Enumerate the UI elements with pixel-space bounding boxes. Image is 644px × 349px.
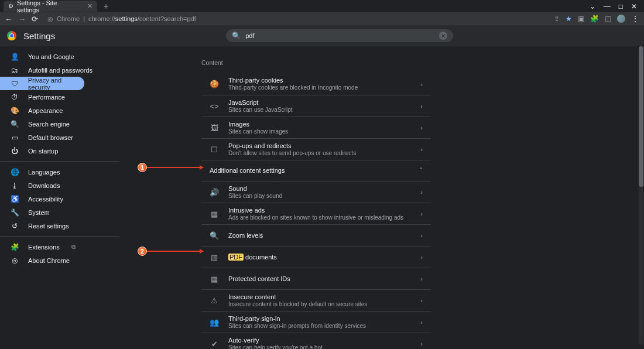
content-column: Content 🍪 Third-party cookies Third-part… — [201, 46, 431, 349]
sidebar-divider — [0, 236, 119, 237]
maximize-icon[interactable]: □ — [619, 2, 623, 11]
omnibox[interactable]: ◎ Chrome | chrome://settings/content?sea… — [47, 15, 548, 23]
profile-avatar[interactable] — [617, 15, 625, 23]
scrollbar-thumb[interactable] — [639, 46, 643, 187]
section-label-content: Content — [201, 59, 431, 66]
row-third-party-cookies[interactable]: 🍪 Third-party cookies Third-party cookie… — [201, 73, 431, 95]
close-tab-icon[interactable]: ✕ — [87, 2, 93, 10]
download-icon: ⭳ — [11, 182, 19, 190]
paint-icon: 🎨 — [11, 107, 19, 115]
chrome-logo-icon — [7, 31, 16, 40]
back-button[interactable]: ← — [5, 15, 12, 23]
sidebar-item-reset[interactable]: ↺Reset settings — [0, 219, 119, 232]
sidebar-item-languages[interactable]: 🌐Languages — [0, 165, 119, 179]
sidebar-item-downloads[interactable]: ⭳Downloads — [0, 179, 119, 192]
row-insecure-content[interactable]: ⚠ Insecure content Insecure content is b… — [201, 289, 431, 311]
sidebar-item-system[interactable]: 🔧System — [0, 206, 119, 219]
wrench-icon: 🔧 — [11, 208, 19, 217]
sidebar-item-about[interactable]: ◎About Chrome — [0, 254, 119, 267]
verify-icon: ✔ — [210, 340, 219, 348]
row-intrusive-ads[interactable]: ▦ Intrusive ads Ads are blocked on sites… — [201, 203, 431, 224]
row-zoom-levels[interactable]: 🔍 Zoom levels › — [201, 224, 431, 246]
warning-icon: ⚠ — [210, 296, 219, 305]
window-titlebar: ⚙ Settings - Site settings ✕ ＋ ⌄ ― □ ✕ — [0, 0, 644, 12]
zoom-icon: 🔍 — [210, 231, 219, 240]
gear-icon: ⚙ — [8, 3, 13, 9]
side-panel-icon[interactable]: ◫ — [605, 15, 611, 23]
signin-icon: 👥 — [210, 318, 219, 327]
browser-tab[interactable]: ⚙ Settings - Site settings ✕ — [4, 1, 97, 12]
speedometer-icon: ⏱ — [11, 93, 19, 101]
sidebar-item-accessibility[interactable]: ♿Accessibility — [0, 192, 119, 206]
sidebar-item-privacy-security[interactable]: 🛡Privacy and security — [0, 77, 84, 90]
puzzle-icon: 🧩 — [11, 243, 19, 251]
bookmark-star-icon[interactable]: ★ — [566, 15, 572, 23]
row-javascript[interactable]: <> JavaScript Sites can use JavaScript › — [201, 95, 431, 117]
url-host: Chrome — [57, 15, 80, 22]
sidebar-item-search-engine[interactable]: 🔍Search engine — [0, 117, 119, 131]
extensions-puzzle-icon[interactable]: 🧩 — [590, 15, 599, 23]
chevron-right-icon: › — [420, 81, 423, 88]
chevron-right-icon: › — [420, 102, 423, 110]
sidebar-item-performance[interactable]: ⏱Performance — [0, 90, 119, 104]
search-input[interactable]: pdf — [245, 32, 434, 39]
pdf-row-label: PDF documents — [228, 254, 411, 261]
reload-button[interactable]: ⟳ — [32, 15, 38, 23]
settings-header: Settings 🔍 pdf ✕ — [0, 25, 644, 46]
chevron-right-icon: › — [420, 124, 423, 131]
chrome-icon: ◎ — [11, 256, 19, 265]
sidebar-item-autofill[interactable]: 🗂Autofill and passwords — [0, 63, 119, 77]
chevron-right-icon: › — [420, 210, 423, 217]
sound-icon: 🔊 — [210, 188, 219, 197]
chevron-right-icon: › — [420, 254, 423, 261]
accessibility-icon: ♿ — [11, 195, 19, 203]
sidebar-item-you-and-google[interactable]: 👤You and Google — [0, 50, 119, 63]
chevron-right-icon: › — [420, 146, 423, 153]
clear-search-icon[interactable]: ✕ — [439, 32, 447, 40]
sidebar-item-default-browser[interactable]: ▭Default browser — [0, 131, 119, 144]
external-link-icon: ⧉ — [71, 244, 76, 251]
row-sound[interactable]: 🔊 Sound Sites can play sound › — [201, 181, 431, 203]
sidebar-item-on-startup[interactable]: ⏻On startup — [0, 144, 119, 158]
share-icon[interactable]: ⇪ — [554, 15, 560, 23]
row-images[interactable]: 🖼 Images Sites can show images › — [201, 117, 431, 138]
new-tab-button[interactable]: ＋ — [102, 1, 110, 12]
row-popups[interactable]: ☐ Pop-ups and redirects Don't allow site… — [201, 138, 431, 160]
chevron-down-icon[interactable]: ⌄ — [590, 2, 595, 11]
sidebar-divider — [0, 161, 119, 162]
sidebar-item-appearance[interactable]: 🎨Appearance — [0, 104, 119, 117]
browser-icon: ▭ — [11, 134, 19, 142]
protected-icon: ▦ — [210, 275, 219, 283]
page-title: Settings — [23, 31, 55, 41]
person-icon: 👤 — [11, 53, 19, 61]
settings-sidebar: 👤You and Google 🗂Autofill and passwords … — [0, 46, 119, 349]
row-auto-verify[interactable]: ✔ Auto-verify Sites can help verify you'… — [201, 333, 431, 349]
cookie-icon: 🍪 — [210, 80, 219, 88]
chrome-page-icon: ◎ — [47, 15, 53, 23]
chevron-right-icon: › — [420, 297, 423, 304]
browser-menu-icon[interactable]: ⋮ — [631, 14, 639, 23]
row-additional-content-settings[interactable]: Additional content settings ˄ — [201, 160, 431, 181]
settings-search[interactable]: 🔍 pdf ✕ — [226, 29, 453, 42]
row-third-party-signin[interactable]: 👥 Third-party sign-in Sites can show sig… — [201, 311, 431, 333]
extension-icon[interactable]: ▣ — [578, 15, 584, 23]
address-bar: ← → ⟳ ◎ Chrome | chrome://settings/conte… — [0, 12, 644, 25]
chevron-right-icon: › — [420, 319, 423, 326]
close-window-icon[interactable]: ✕ — [631, 2, 637, 11]
url-path: chrome://settings/content?search=pdf — [88, 15, 196, 22]
minimize-icon[interactable]: ― — [604, 2, 611, 11]
code-icon: <> — [210, 102, 219, 111]
search-icon: 🔍 — [232, 32, 241, 40]
globe-icon: 🌐 — [11, 168, 19, 176]
sidebar-item-extensions[interactable]: 🧩Extensions⧉ — [0, 240, 119, 254]
row-protected-content[interactable]: ▦ Protected content IDs › — [201, 268, 431, 289]
chevron-right-icon: › — [420, 232, 423, 239]
row-pdf-documents[interactable]: ▥ PDF documents › — [201, 246, 431, 268]
power-icon: ⏻ — [11, 147, 19, 155]
ads-icon: ▦ — [210, 210, 219, 218]
forward-button[interactable]: → — [18, 15, 26, 23]
chevron-right-icon: › — [420, 189, 423, 196]
chevron-right-icon: › — [420, 340, 423, 347]
popup-icon: ☐ — [210, 145, 219, 154]
tab-title: Settings - Site settings — [17, 0, 66, 13]
